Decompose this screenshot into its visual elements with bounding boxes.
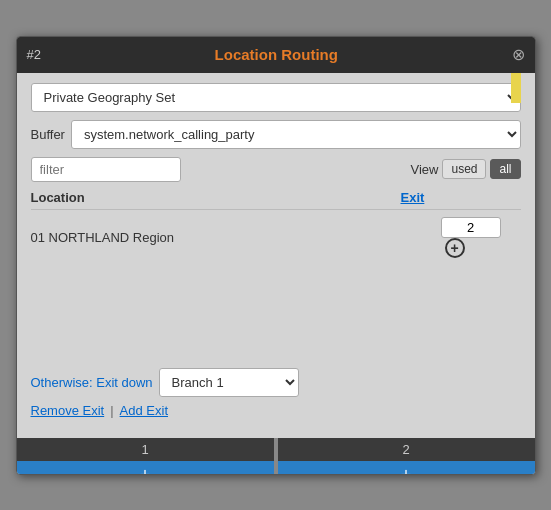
footer-label-2: 2: [278, 438, 535, 461]
col-location-header: Location: [31, 190, 401, 205]
filter-input[interactable]: [31, 157, 181, 182]
add-exit-link[interactable]: Add Exit: [120, 403, 168, 418]
otherwise-row: Otherwise: Exit down Branch 1: [31, 368, 521, 397]
footer-col-1: 1 +: [17, 438, 274, 474]
buffer-row: Buffer system.network_calling_party: [31, 120, 521, 149]
footer-col-2: 2 +: [278, 438, 535, 474]
link-separator: |: [110, 403, 113, 418]
otherwise-label: Otherwise: Exit down: [31, 375, 153, 390]
table-header: Location Exit: [31, 188, 521, 210]
buffer-label: Buffer: [31, 127, 65, 142]
footer-add-1[interactable]: +: [17, 461, 274, 475]
exit-input[interactable]: [441, 217, 501, 238]
all-button[interactable]: all: [490, 159, 520, 179]
geography-row: Private Geography Set: [31, 83, 521, 112]
main-window: #2 Location Routing ⊗ Private Geography …: [16, 36, 536, 475]
row-location: 01 NORTHLAND Region: [31, 230, 441, 245]
yellow-tab: [511, 73, 521, 103]
footer-add-2[interactable]: +: [278, 461, 535, 475]
content-area: Location Exit 01 NORTHLAND Region +: [31, 188, 521, 358]
window-title: Location Routing: [215, 46, 338, 63]
otherwise-select[interactable]: Branch 1: [159, 368, 299, 397]
window-id: #2: [27, 47, 41, 62]
footer: 1 + 2 +: [17, 438, 535, 474]
footer-label-1: 1: [17, 438, 274, 461]
filter-view-row: View used all: [31, 157, 521, 182]
close-button[interactable]: ⊗: [512, 47, 525, 63]
col-exit-header[interactable]: Exit: [401, 190, 521, 205]
window-body: Private Geography Set Buffer system.netw…: [17, 73, 535, 438]
used-button[interactable]: used: [442, 159, 486, 179]
row-exit-cell: +: [441, 217, 521, 258]
view-label: View: [411, 162, 439, 177]
view-controls: View used all: [411, 159, 521, 179]
geography-select[interactable]: Private Geography Set: [31, 83, 521, 112]
titlebar: #2 Location Routing ⊗: [17, 37, 535, 73]
buffer-select[interactable]: system.network_calling_party: [71, 120, 521, 149]
table-row: 01 NORTHLAND Region +: [31, 214, 521, 261]
add-exit-circle-button[interactable]: +: [445, 238, 465, 258]
link-row: Remove Exit | Add Exit: [31, 403, 521, 418]
remove-exit-link[interactable]: Remove Exit: [31, 403, 105, 418]
